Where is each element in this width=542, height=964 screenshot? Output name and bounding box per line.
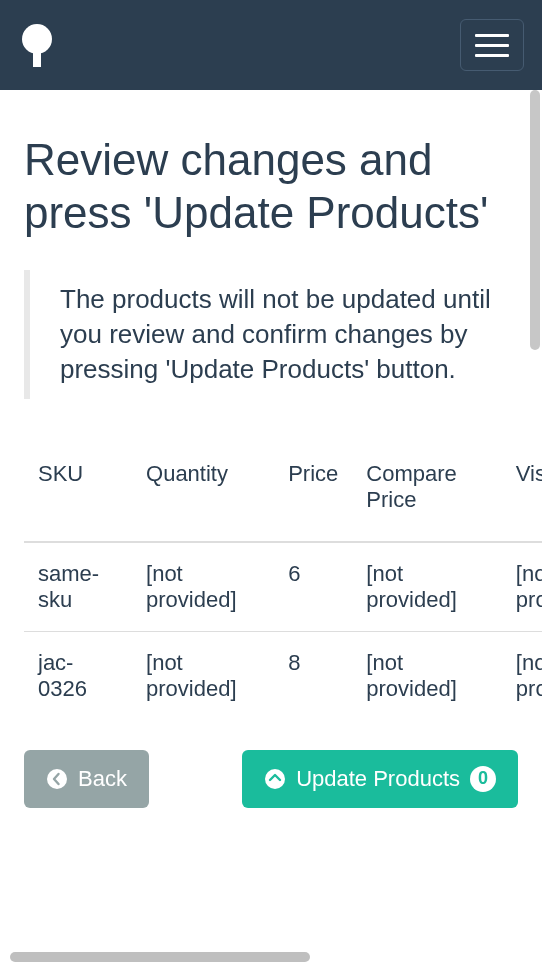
- menu-toggle-button[interactable]: [460, 19, 524, 71]
- horizontal-scrollbar[interactable]: [0, 950, 542, 964]
- cell-price: 6: [274, 542, 352, 632]
- svg-point-3: [265, 769, 285, 789]
- cell-sku: same-sku: [24, 542, 132, 632]
- products-table: SKU Quantity Price Compare Price Visible…: [24, 449, 542, 720]
- update-count-badge: 0: [470, 766, 496, 792]
- col-compare-price: Compare Price: [352, 449, 502, 542]
- tree-logo-icon: [18, 23, 56, 67]
- svg-rect-1: [33, 49, 41, 67]
- review-notice: The products will not be updated until y…: [24, 270, 518, 399]
- cell-quantity: [not provided]: [132, 542, 274, 632]
- back-button[interactable]: Back: [24, 750, 149, 808]
- action-buttons: Back Update Products 0: [24, 750, 518, 808]
- products-table-wrap: SKU Quantity Price Compare Price Visible…: [24, 449, 542, 720]
- col-price: Price: [274, 449, 352, 542]
- cell-quantity: [not provided]: [132, 631, 274, 720]
- back-button-label: Back: [78, 766, 127, 792]
- arrow-left-circle-icon: [46, 768, 68, 790]
- cell-sku: jac-0326: [24, 631, 132, 720]
- update-products-button[interactable]: Update Products 0: [242, 750, 518, 808]
- svg-point-2: [47, 769, 67, 789]
- page-title: Review changes and press 'Update Product…: [24, 134, 518, 240]
- table-row: same-sku [not provided] 6 [not provided]…: [24, 542, 542, 632]
- col-quantity: Quantity: [132, 449, 274, 542]
- cell-price: 8: [274, 631, 352, 720]
- main-content: Review changes and press 'Update Product…: [0, 90, 542, 964]
- hamburger-icon: [475, 34, 509, 37]
- cell-compare-price: [not provided]: [352, 542, 502, 632]
- horizontal-scrollbar-thumb[interactable]: [10, 952, 310, 962]
- col-sku: SKU: [24, 449, 132, 542]
- update-button-label: Update Products: [296, 766, 460, 792]
- arrow-up-circle-icon: [264, 768, 286, 790]
- vertical-scrollbar-thumb[interactable]: [530, 90, 540, 350]
- table-row: jac-0326 [not provided] 8 [not provided]…: [24, 631, 542, 720]
- table-header-row: SKU Quantity Price Compare Price Visible: [24, 449, 542, 542]
- navbar: [0, 0, 542, 90]
- cell-compare-price: [not provided]: [352, 631, 502, 720]
- vertical-scrollbar[interactable]: [528, 90, 542, 964]
